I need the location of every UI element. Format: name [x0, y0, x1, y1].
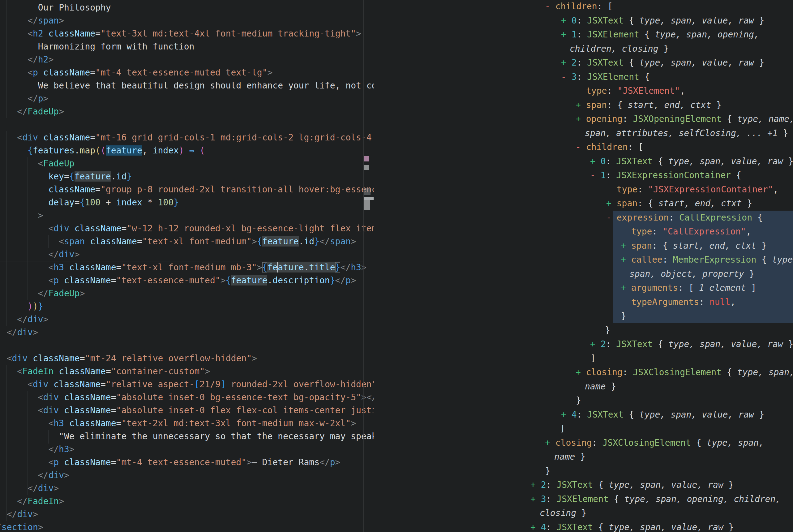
expand-toggle-icon[interactable]: +	[576, 114, 586, 124]
ast-line: + 2: JSXText { type, span, value, raw }	[561, 56, 764, 70]
code-line: <h3 className="text-xl font-medium mb-3"…	[48, 261, 366, 274]
expand-toggle-icon[interactable]: +	[590, 339, 601, 349]
ast-line: + 4: JSXText { type, span, value, raw }	[530, 520, 734, 532]
code-line: key={feature.id}	[48, 170, 132, 183]
indent-guide	[6, 131, 7, 326]
ast-line: - children: [	[576, 140, 643, 154]
ast-line: + 4: JSXText { type, span, value, raw }	[561, 408, 764, 422]
ast-line: closing }	[540, 506, 587, 520]
ast-line: + 2: JSXText { type, span, value, raw }	[530, 478, 734, 492]
overview-ruler-mark	[364, 156, 369, 162]
ast-line: name }	[554, 450, 585, 464]
expand-toggle-icon[interactable]: +	[621, 254, 631, 265]
code-line: <div className="absolute inset-0 flex fl…	[38, 404, 374, 417]
ast-line: }	[621, 309, 626, 323]
code-line: {features.map((feature, index) ⇒ (	[27, 144, 205, 157]
indent-guide	[27, 391, 28, 495]
code-line: Harmonizing form with function	[38, 40, 195, 53]
code-line: <span className="text-xl font-medium">{f…	[59, 235, 356, 248]
indent-guide	[17, 0, 17, 105]
collapse-toggle-icon[interactable]: -	[576, 142, 586, 152]
ast-line: children, closing }	[570, 42, 669, 56]
code-line: <p className="mt-4 text-essence-muted te…	[27, 66, 272, 79]
code-line: </h3>	[48, 443, 74, 456]
expand-toggle-icon[interactable]: +	[621, 283, 631, 293]
ast-line: - 1: JSXExpressionContainer {	[590, 168, 741, 182]
code-line: className="group p-8 rounded-2xl transit…	[48, 183, 374, 196]
code-line: <div className="mt-16 grid grid-cols-1 m…	[17, 131, 374, 144]
expand-toggle-icon[interactable]: +	[576, 100, 586, 110]
indent-guide	[17, 378, 17, 508]
expand-toggle-icon[interactable]: +	[621, 241, 631, 251]
expand-toggle-icon[interactable]: +	[545, 438, 556, 448]
ast-line: + span: { start, end, ctxt }	[606, 196, 752, 210]
collapse-toggle-icon[interactable]: -	[590, 170, 601, 180]
code-line: </div>	[17, 313, 48, 326]
code-line: <h2 className="text-3xl md:text-4xl font…	[27, 27, 361, 40]
expand-toggle-icon[interactable]: +	[561, 16, 572, 26]
ast-line: + closing: JSXClosingElement { type, spa…	[576, 365, 793, 379]
ast-line: + span: { start, end, ctxt }	[621, 239, 767, 253]
ast-line: + 0: JSXText { type, span, value, raw }	[590, 154, 793, 168]
collapse-toggle-icon[interactable]: -	[545, 1, 556, 12]
code-line: </div>	[7, 326, 38, 339]
collapse-toggle-icon[interactable]: -	[561, 72, 572, 82]
ast-line: + opening: JSXOpeningElement { type, nam…	[576, 112, 793, 126]
overview-ruler-mark	[364, 197, 374, 200]
expand-toggle-icon[interactable]: +	[561, 30, 572, 40]
code-content: Our Philosophy</span><h2 className="text…	[0, 0, 374, 532]
expand-toggle-icon[interactable]: +	[576, 367, 586, 377]
code-editor-pane[interactable]: Our Philosophy</span><h2 className="text…	[0, 0, 377, 532]
indent-guide	[6, 365, 7, 521]
code-line: <div className="mt-24 relative overflow-…	[7, 352, 257, 365]
code-line: <p className="mt-4 text-essence-muted">—…	[48, 456, 340, 469]
ast-tree-pane[interactable]: - children: [+ 0: JSXText { type, span, …	[377, 0, 793, 532]
ast-line: + callee: MemberExpression { type,	[621, 253, 793, 267]
code-line: <h3 className="text-2xl md:text-3xl font…	[48, 417, 356, 430]
code-line: </p>	[27, 92, 48, 105]
ast-line: }	[576, 394, 581, 407]
ast-line: - expression: CallExpression {	[606, 211, 763, 225]
ast-line: }	[605, 323, 610, 337]
overview-ruler-mark	[364, 165, 369, 170]
ast-line: - children: [	[545, 0, 613, 13]
expand-toggle-icon[interactable]: +	[530, 522, 541, 532]
ast-line: + 2: JSXText { type, span, value, raw }	[590, 337, 793, 351]
ast-line: type: "JSXExpressionContainer",	[617, 183, 778, 196]
expand-toggle-icon[interactable]: +	[590, 156, 601, 166]
ast-line: name }	[585, 380, 616, 394]
code-line: "We eliminate the unnecessary so that th…	[59, 430, 374, 443]
indent-guide	[17, 144, 17, 313]
code-line: </FadeUp>	[38, 287, 85, 300]
expand-toggle-icon[interactable]: +	[530, 480, 541, 490]
code-line: /section>	[0, 521, 43, 532]
code-line: We believe that beautiful design should …	[38, 79, 374, 92]
indent-guide	[48, 235, 49, 248]
code-line: ))}	[27, 300, 43, 313]
ast-line: ]	[591, 352, 596, 365]
ast-line: ]	[560, 422, 565, 436]
code-line: >	[38, 209, 43, 222]
editor-workspace: { "colors":{ "bg":"#1e2021","divider":"#…	[0, 0, 793, 532]
code-line: </div>	[48, 248, 79, 261]
ast-line: type: "JSXElement",	[586, 84, 685, 98]
code-line: </div>	[7, 508, 38, 521]
ast-line: span, attributes, selfClosing, ... +1 }	[585, 126, 788, 140]
code-line: <FadeIn className="container-custom">	[17, 365, 210, 378]
code-line: Our Philosophy	[38, 1, 111, 14]
code-line: <div className="relative aspect-[21/9] r…	[27, 378, 374, 391]
ast-line: + 0: JSXText { type, span, value, raw }	[561, 14, 764, 27]
code-line: delay={100 + index * 100}	[48, 196, 178, 209]
indent-guide	[27, 157, 28, 300]
code-line: <div className="w-12 h-12 rounded-xl bg-…	[48, 222, 374, 235]
overview-ruler-mark	[364, 200, 370, 210]
code-line: </div>	[38, 469, 69, 482]
collapse-toggle-icon[interactable]: -	[606, 212, 617, 223]
ast-line: span, object, property }	[630, 267, 755, 281]
ast-line: + span: { start, end, ctxt }	[576, 98, 721, 112]
expand-toggle-icon[interactable]: +	[530, 494, 541, 504]
expand-toggle-icon[interactable]: +	[561, 58, 572, 68]
ast-line: typeArguments: null,	[631, 295, 735, 309]
expand-toggle-icon[interactable]: +	[606, 198, 617, 208]
expand-toggle-icon[interactable]: +	[561, 410, 572, 420]
